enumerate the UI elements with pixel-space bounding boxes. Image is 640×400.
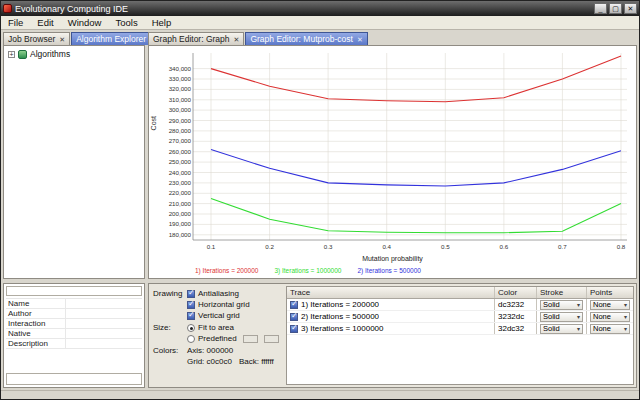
points-select[interactable]: None▾ [590,312,630,322]
close-icon[interactable]: ✕ [234,36,240,43]
expand-icon[interactable]: + [8,51,15,58]
drawing-checkbox-list: ✓Antialiasing✓Horizontal grid✓Vertical g… [187,289,250,320]
chart-settings-panel: Drawing ✓Antialiasing✓Horizontal grid✓Ve… [148,283,637,388]
drawing-option-label: Vertical grid [198,311,240,320]
legend-item: 1) Iterations = 200000 [195,267,258,274]
stroke-select[interactable]: Solid▾ [540,312,583,322]
color-settings: Axis: 000000Grid: c0c0c0Back: ffffff [187,346,281,366]
drawing-option-vertical-grid[interactable]: ✓Vertical grid [187,311,250,320]
algorithm-tree-panel: + Algorithms [3,45,145,279]
property-row: Name [6,299,142,309]
stroke-select[interactable]: Solid▾ [540,300,583,310]
legend-item: 3) Iterations = 1000000 [274,267,341,274]
svg-text:320,000: 320,000 [169,85,192,92]
property-value[interactable] [66,299,142,308]
svg-text:280,000: 280,000 [169,127,192,134]
color-setting-axis: Axis: 000000 [187,346,233,355]
menu-item-edit[interactable]: Edit [30,16,60,29]
svg-text:0.3: 0.3 [324,243,333,250]
size-option-label: Predefined [198,334,237,343]
trace-column-header: Trace [287,287,495,298]
svg-text:250,000: 250,000 [169,158,192,165]
trace-name-cell: ✓1) Iterations = 200000 [287,299,495,310]
svg-text:0.4: 0.4 [382,243,391,250]
stroke-value: Solid [543,313,560,321]
trace-row: ✓1) Iterations = 200000dc3232Solid▾None▾ [287,299,633,311]
trace-checkbox[interactable]: ✓ [290,313,298,321]
points-select[interactable]: None▾ [590,300,630,310]
property-value[interactable] [66,319,142,328]
checkbox-icon[interactable]: ✓ [187,290,195,298]
left-column: Job Browser ✕ Algorithm Explorer ✕ + Alg… [3,32,145,388]
trace-name-cell: ✓2) Iterations = 500000 [287,311,495,322]
y-axis-title: Cost [150,116,157,130]
predefined-width-field[interactable] [243,335,258,343]
radio-icon[interactable] [187,335,195,343]
close-icon[interactable]: ✕ [357,36,363,43]
maximize-button[interactable]: ▢ [609,3,622,14]
properties-filter-field[interactable] [6,286,142,296]
dropdown-icon: ▾ [577,313,580,321]
check-icon: ✓ [291,300,298,308]
algorithms-node-icon [18,50,27,59]
close-icon[interactable]: ✕ [59,36,65,43]
properties-footer-field[interactable] [6,373,142,385]
titlebar[interactable]: Evolutionary Computing IDE _ ▢ ✕ [1,1,639,16]
trace-points-cell: None▾ [587,299,633,310]
color-setting-grid: Grid: c0c0c0 [187,357,232,366]
chart-panel: Cost 180,000190,000200,000210,000220,000… [148,45,637,279]
property-value[interactable] [66,309,142,318]
stroke-value: Solid [543,325,560,333]
trace-color-value[interactable]: 32dc32 [495,323,537,334]
close-button[interactable]: ✕ [624,3,637,14]
property-value[interactable] [66,339,142,348]
menu-item-help[interactable]: Help [145,16,179,29]
svg-text:260,000: 260,000 [169,148,192,155]
trace-stroke-cell: Solid▾ [537,311,587,322]
drawing-option-label: Antialiasing [198,289,239,298]
size-option-predefined[interactable]: Predefined [187,334,279,343]
radio-icon[interactable] [187,324,195,332]
trace-points-cell: None▾ [587,311,633,322]
trace-row: ✓2) Iterations = 5000003232dcSolid▾None▾ [287,311,633,323]
menu-item-file[interactable]: File [1,16,30,29]
checkbox-icon[interactable]: ✓ [187,312,195,320]
minimize-button[interactable]: _ [594,3,607,14]
svg-text:0.1: 0.1 [207,243,216,250]
tab-graph-editor-graph[interactable]: Graph Editor: Graph ✕ [148,32,244,45]
drawing-option-antialiasing[interactable]: ✓Antialiasing [187,289,250,298]
menu-item-tools[interactable]: Tools [108,16,144,29]
dropdown-icon: ▾ [624,313,627,321]
trace-color-value[interactable]: dc3232 [495,299,537,310]
points-value: None [593,313,611,321]
size-caption: Size: [153,323,187,343]
property-row: Author [6,309,142,319]
trace-checkbox[interactable]: ✓ [290,325,298,333]
tab-job-browser[interactable]: Job Browser ✕ [3,32,70,45]
line-chart[interactable]: 180,000190,000200,000210,000220,000230,0… [157,48,633,254]
checkbox-icon[interactable]: ✓ [187,301,195,309]
size-option-list: Fit to areaPredefined [187,323,279,343]
right-tabbar: Graph Editor: Graph ✕ Graph Editor: Mutp… [148,32,637,45]
dropdown-icon: ▾ [577,325,580,333]
tree-item-algorithms[interactable]: + Algorithms [4,46,144,59]
trace-stroke-cell: Solid▾ [537,323,587,334]
trace-color-value[interactable]: 3232dc [495,311,537,322]
trace-checkbox[interactable]: ✓ [290,301,298,309]
points-select[interactable]: None▾ [590,324,630,334]
tab-graph-editor-mutprob-cost[interactable]: Graph Editor: Mutprob-cost ✕ [245,32,367,45]
color-setting-back: Back: ffffff [239,357,274,366]
menu-item-window[interactable]: Window [61,16,109,29]
stroke-select[interactable]: Solid▾ [540,324,583,334]
chart-legend: 1) Iterations = 2000003) Iterations = 10… [195,267,421,274]
check-icon: ✓ [291,312,298,320]
predefined-height-field[interactable] [264,335,279,343]
window-controls: _ ▢ ✕ [594,3,637,14]
svg-text:180,000: 180,000 [169,231,192,238]
check-icon: ✓ [188,289,195,297]
trace-label: 3) Iterations = 1000000 [301,323,384,334]
size-option-fit-to-area[interactable]: Fit to area [187,323,279,332]
property-value[interactable] [66,329,142,338]
menubar: FileEditWindowToolsHelp [1,16,639,30]
drawing-option-horizontal-grid[interactable]: ✓Horizontal grid [187,300,250,309]
